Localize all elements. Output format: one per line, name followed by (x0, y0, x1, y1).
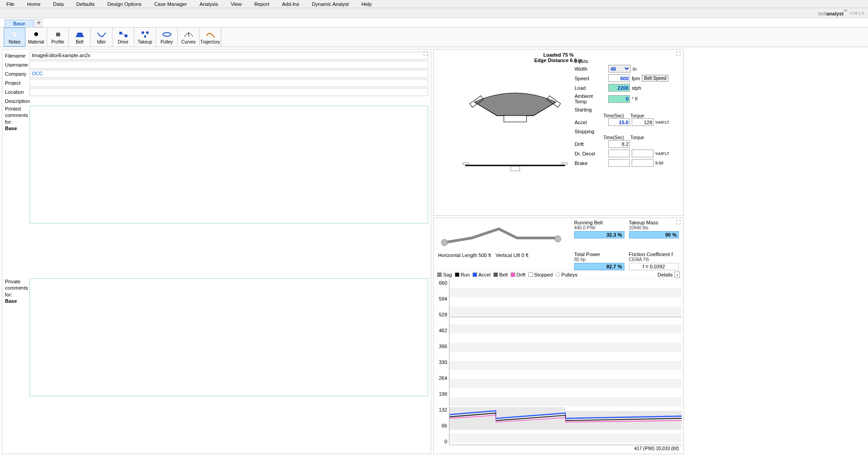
speed-input[interactable] (608, 74, 630, 82)
accel-torque-input[interactable] (632, 118, 653, 126)
legend-accel[interactable]: Accel (478, 272, 491, 277)
drdecel-torque-input[interactable] (632, 150, 653, 157)
accel-label: Accel (575, 120, 606, 125)
tool-belt[interactable]: Belt (69, 28, 91, 47)
menu-dynamic-analyst[interactable]: Dynamic Analyst (306, 1, 355, 7)
total-power-bar: 82.7 % (574, 263, 624, 270)
drdecel-label: Dr. Decel (575, 151, 606, 156)
width-select[interactable]: 48 (608, 65, 631, 73)
load-label: Load (575, 85, 606, 91)
brake-time-input[interactable] (608, 159, 630, 167)
takeup-mass-value: 10940 lbs (629, 225, 679, 230)
tension-chart[interactable] (449, 279, 682, 445)
username-label: Username (5, 62, 29, 68)
torque-col-header2: Torque (626, 135, 648, 140)
username-input[interactable] (29, 61, 428, 69)
menubar: File Home Data Defaults Design Options C… (0, 0, 868, 8)
menu-case-manager[interactable]: Case Manager (148, 1, 193, 7)
tab-add-button[interactable]: ✚ (34, 19, 43, 27)
expand-icon[interactable]: ⛶ (676, 51, 681, 56)
svg-point-16 (555, 236, 561, 242)
chevron-left-icon[interactable]: ‹ (674, 272, 680, 278)
brake-torque-input[interactable] (632, 159, 653, 167)
tool-trajectory[interactable]: Trajectory (200, 28, 221, 47)
legend-run-swatch (455, 272, 459, 277)
chart-y-axis: 660594528462396330264198132660 (435, 279, 449, 445)
tool-material[interactable]: ⬢ Material (25, 28, 47, 47)
company-input[interactable]: OCC (29, 70, 428, 78)
menu-home[interactable]: Home (21, 1, 47, 7)
legend-sag[interactable]: Sag (443, 272, 452, 277)
location-input[interactable] (29, 88, 428, 96)
drdecel-unit: %MFLT (655, 151, 669, 156)
tool-drive[interactable]: Drive (112, 28, 134, 47)
ambient-label: Ambient Temp (575, 93, 606, 104)
friction-value: CEMA 7th (629, 257, 679, 262)
accel-time-input[interactable] (608, 118, 630, 126)
tool-takeup[interactable]: Takeup (134, 28, 156, 47)
private-comments-input[interactable] (29, 278, 428, 396)
ambient-unit: ° F (632, 96, 638, 102)
legend-run[interactable]: Run (461, 272, 470, 277)
svg-rect-10 (504, 116, 527, 122)
printed-comments-label: Printed comments for:Base (5, 106, 29, 131)
menu-add-ins[interactable]: Add-Ins (276, 1, 306, 7)
belt-icon (74, 30, 85, 39)
menu-design-options[interactable]: Design Options (101, 1, 148, 7)
tool-notes[interactable]: 📄 Notes (4, 28, 25, 47)
svg-rect-5 (144, 35, 146, 38)
material-icon: ⬢ (31, 30, 42, 39)
ambient-input[interactable] (608, 95, 630, 103)
filename-input[interactable]: ImageEditorExample.an2x (29, 52, 428, 60)
svg-rect-0 (119, 32, 122, 34)
drift-time-input[interactable] (608, 140, 630, 148)
notes-form-panel: ⛶ FilenameImageEditorExample.an2x Userna… (2, 49, 431, 454)
svg-rect-14 (511, 166, 520, 171)
svg-point-3 (141, 31, 144, 34)
project-label: Project (5, 80, 29, 86)
brake-unit: ft-lbf (655, 161, 663, 165)
vert-lift-label: Vertical Lift (496, 252, 520, 258)
expand-icon[interactable]: ⛶ (676, 220, 681, 225)
case-tabstrip: Base ✚ (0, 18, 868, 27)
legend-stopped[interactable]: Stopped (534, 272, 553, 277)
menu-report[interactable]: Report (248, 1, 276, 7)
belt-speed-button[interactable]: Belt Speed (642, 75, 668, 82)
menu-defaults[interactable]: Defaults (70, 1, 101, 7)
menu-file[interactable]: File (0, 1, 21, 7)
drdecel-time-input[interactable] (608, 150, 630, 157)
tab-base[interactable]: Base (5, 19, 34, 27)
printed-comments-input[interactable] (29, 106, 428, 223)
tool-pulley[interactable]: Pulley (156, 28, 178, 47)
svg-point-4 (146, 31, 149, 34)
details-label[interactable]: Details (658, 272, 673, 277)
load-input[interactable] (608, 84, 630, 92)
running-belt-label: Running Belt (574, 220, 624, 225)
total-power-label: Total Power (574, 252, 624, 257)
menu-analysis[interactable]: Analysis (193, 1, 224, 7)
toolbar: 📄 Notes ⬢ Material ▦ Profile Belt Idler … (0, 27, 868, 47)
takeup-mass-bar: 90 % (629, 231, 679, 238)
chart-footer-stats: 417 (PIW) 20,033 (lbf) (435, 445, 682, 452)
menu-help[interactable]: Help (355, 1, 378, 7)
menu-view[interactable]: View (224, 1, 248, 7)
torque-col-header: Torque (626, 113, 648, 118)
tool-idler[interactable]: Idler (91, 28, 112, 47)
legend-stopped-swatch (528, 272, 533, 277)
horiz-length-value: 500 ft (478, 252, 491, 258)
description-input[interactable] (29, 97, 428, 105)
menu-data[interactable]: Data (47, 1, 70, 7)
trajectory-icon (205, 30, 216, 39)
legend-belt[interactable]: Belt (499, 272, 508, 277)
stopping-header: Stopping (575, 129, 679, 134)
tool-profile[interactable]: ▦ Profile (47, 28, 69, 47)
svg-rect-1 (125, 34, 127, 37)
running-belt-bar: 32.3 % (574, 231, 624, 238)
width-unit: in (633, 66, 637, 72)
expand-icon[interactable]: ⛶ (424, 51, 428, 56)
tool-curves[interactable]: Curves (178, 28, 200, 47)
description-label: Description (5, 98, 29, 104)
project-input[interactable] (29, 79, 428, 87)
legend-drift[interactable]: Drift (517, 272, 526, 277)
legend-pulleys[interactable]: Pulleys (561, 272, 577, 277)
